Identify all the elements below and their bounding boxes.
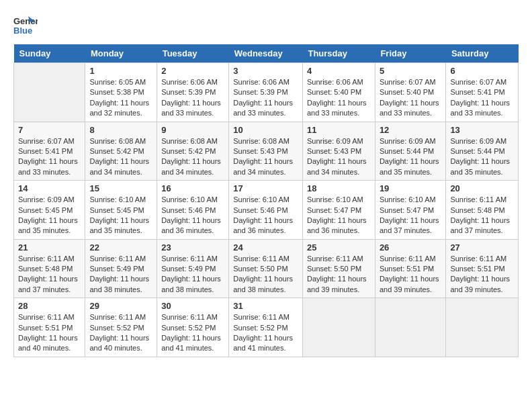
day-number: 21 <box>18 242 81 253</box>
day-number: 22 <box>89 242 152 253</box>
day-number: 10 <box>233 125 298 135</box>
day-number: 31 <box>233 301 298 311</box>
day-info: Sunrise: 6:11 AM Sunset: 5:50 PM Dayligh… <box>233 254 298 295</box>
day-info: Sunrise: 6:11 AM Sunset: 5:52 PM Dayligh… <box>233 312 298 354</box>
calendar-cell: 28Sunrise: 6:11 AM Sunset: 5:51 PM Dayli… <box>14 298 85 357</box>
day-number: 12 <box>380 125 442 135</box>
day-number: 5 <box>380 66 442 76</box>
calendar-cell: 16Sunrise: 6:10 AM Sunset: 5:46 PM Dayli… <box>157 181 229 240</box>
day-number: 30 <box>161 301 224 311</box>
day-number: 3 <box>233 66 298 76</box>
calendar-cell: 31Sunrise: 6:11 AM Sunset: 5:52 PM Dayli… <box>229 298 303 357</box>
logo: GeneralBlue <box>13 13 38 38</box>
calendar-cell: 24Sunrise: 6:11 AM Sunset: 5:50 PM Dayli… <box>229 239 303 298</box>
calendar-header: SundayMondayTuesdayWednesdayThursdayFrid… <box>14 44 519 63</box>
day-info: Sunrise: 6:11 AM Sunset: 5:51 PM Dayligh… <box>450 254 514 295</box>
day-info: Sunrise: 6:07 AM Sunset: 5:40 PM Dayligh… <box>380 77 442 119</box>
calendar-cell: 17Sunrise: 6:10 AM Sunset: 5:46 PM Dayli… <box>229 181 303 240</box>
calendar-body: 1Sunrise: 6:05 AM Sunset: 5:38 PM Daylig… <box>14 63 519 357</box>
day-number: 29 <box>89 301 152 311</box>
day-info: Sunrise: 6:06 AM Sunset: 5:40 PM Dayligh… <box>307 77 371 119</box>
calendar-cell: 4Sunrise: 6:06 AM Sunset: 5:40 PM Daylig… <box>302 63 375 122</box>
day-number: 26 <box>380 242 442 253</box>
calendar-cell: 23Sunrise: 6:11 AM Sunset: 5:49 PM Dayli… <box>157 239 229 298</box>
day-number: 1 <box>89 66 152 76</box>
calendar-cell: 1Sunrise: 6:05 AM Sunset: 5:38 PM Daylig… <box>85 63 157 122</box>
calendar-week-1: 1Sunrise: 6:05 AM Sunset: 5:38 PM Daylig… <box>14 63 519 122</box>
calendar-cell: 25Sunrise: 6:11 AM Sunset: 5:50 PM Dayli… <box>302 239 375 298</box>
calendar-cell: 12Sunrise: 6:09 AM Sunset: 5:44 PM Dayli… <box>375 122 446 181</box>
day-info: Sunrise: 6:09 AM Sunset: 5:44 PM Dayligh… <box>450 136 514 178</box>
calendar-cell: 27Sunrise: 6:11 AM Sunset: 5:51 PM Dayli… <box>446 239 519 298</box>
calendar-cell: 15Sunrise: 6:10 AM Sunset: 5:45 PM Dayli… <box>85 181 157 240</box>
day-info: Sunrise: 6:11 AM Sunset: 5:49 PM Dayligh… <box>89 254 152 295</box>
calendar-cell <box>14 63 85 122</box>
day-info: Sunrise: 6:07 AM Sunset: 5:41 PM Dayligh… <box>450 77 514 119</box>
calendar-week-5: 28Sunrise: 6:11 AM Sunset: 5:51 PM Dayli… <box>14 298 519 357</box>
day-info: Sunrise: 6:09 AM Sunset: 5:45 PM Dayligh… <box>18 195 81 236</box>
header-day-saturday: Saturday <box>446 44 519 63</box>
calendar-cell: 19Sunrise: 6:10 AM Sunset: 5:47 PM Dayli… <box>375 181 446 240</box>
day-info: Sunrise: 6:10 AM Sunset: 5:47 PM Dayligh… <box>307 195 371 236</box>
day-info: Sunrise: 6:09 AM Sunset: 5:43 PM Dayligh… <box>307 136 371 178</box>
calendar-table: SundayMondayTuesdayWednesdayThursdayFrid… <box>13 44 519 357</box>
day-number: 18 <box>307 183 371 193</box>
day-info: Sunrise: 6:11 AM Sunset: 5:48 PM Dayligh… <box>18 254 81 295</box>
day-info: Sunrise: 6:05 AM Sunset: 5:38 PM Dayligh… <box>89 77 152 119</box>
day-number: 20 <box>450 183 514 193</box>
day-info: Sunrise: 6:08 AM Sunset: 5:43 PM Dayligh… <box>233 136 298 178</box>
day-info: Sunrise: 6:06 AM Sunset: 5:39 PM Dayligh… <box>233 77 298 119</box>
day-info: Sunrise: 6:08 AM Sunset: 5:42 PM Dayligh… <box>161 136 224 178</box>
header-day-tuesday: Tuesday <box>157 44 229 63</box>
calendar-cell: 13Sunrise: 6:09 AM Sunset: 5:44 PM Dayli… <box>446 122 519 181</box>
day-info: Sunrise: 6:11 AM Sunset: 5:52 PM Dayligh… <box>161 312 224 354</box>
day-info: Sunrise: 6:11 AM Sunset: 5:49 PM Dayligh… <box>161 254 224 295</box>
day-number: 4 <box>307 66 371 76</box>
day-number: 25 <box>307 242 371 253</box>
calendar-cell: 6Sunrise: 6:07 AM Sunset: 5:41 PM Daylig… <box>446 63 519 122</box>
day-info: Sunrise: 6:10 AM Sunset: 5:46 PM Dayligh… <box>233 195 298 236</box>
calendar-cell <box>446 298 519 357</box>
header-day-wednesday: Wednesday <box>229 44 303 63</box>
header: GeneralBlue <box>13 13 519 38</box>
calendar-cell: 8Sunrise: 6:08 AM Sunset: 5:42 PM Daylig… <box>85 122 157 181</box>
calendar-cell: 3Sunrise: 6:06 AM Sunset: 5:39 PM Daylig… <box>229 63 303 122</box>
day-number: 6 <box>450 66 514 76</box>
day-info: Sunrise: 6:10 AM Sunset: 5:47 PM Dayligh… <box>380 195 442 236</box>
calendar-cell: 20Sunrise: 6:11 AM Sunset: 5:48 PM Dayli… <box>446 181 519 240</box>
calendar-cell: 30Sunrise: 6:11 AM Sunset: 5:52 PM Dayli… <box>157 298 229 357</box>
calendar-week-4: 21Sunrise: 6:11 AM Sunset: 5:48 PM Dayli… <box>14 239 519 298</box>
header-day-monday: Monday <box>85 44 157 63</box>
calendar-cell <box>302 298 375 357</box>
calendar-cell: 14Sunrise: 6:09 AM Sunset: 5:45 PM Dayli… <box>14 181 85 240</box>
header-day-sunday: Sunday <box>14 44 85 63</box>
header-day-friday: Friday <box>375 44 446 63</box>
calendar-cell <box>375 298 446 357</box>
calendar-cell: 2Sunrise: 6:06 AM Sunset: 5:39 PM Daylig… <box>157 63 229 122</box>
day-info: Sunrise: 6:10 AM Sunset: 5:45 PM Dayligh… <box>89 195 152 236</box>
day-number: 27 <box>450 242 514 253</box>
calendar-cell: 5Sunrise: 6:07 AM Sunset: 5:40 PM Daylig… <box>375 63 446 122</box>
day-info: Sunrise: 6:11 AM Sunset: 5:50 PM Dayligh… <box>307 254 371 295</box>
day-number: 14 <box>18 183 81 193</box>
day-number: 9 <box>161 125 224 135</box>
day-number: 2 <box>161 66 224 76</box>
day-number: 23 <box>161 242 224 253</box>
day-info: Sunrise: 6:06 AM Sunset: 5:39 PM Dayligh… <box>161 77 224 119</box>
day-number: 24 <box>233 242 298 253</box>
day-number: 8 <box>89 125 152 135</box>
day-info: Sunrise: 6:07 AM Sunset: 5:41 PM Dayligh… <box>18 136 81 178</box>
calendar-cell: 11Sunrise: 6:09 AM Sunset: 5:43 PM Dayli… <box>302 122 375 181</box>
calendar-cell: 26Sunrise: 6:11 AM Sunset: 5:51 PM Dayli… <box>375 239 446 298</box>
header-row: SundayMondayTuesdayWednesdayThursdayFrid… <box>14 44 519 63</box>
day-info: Sunrise: 6:10 AM Sunset: 5:46 PM Dayligh… <box>161 195 224 236</box>
svg-text:Blue: Blue <box>13 26 32 36</box>
day-number: 7 <box>18 125 81 135</box>
calendar-cell: 29Sunrise: 6:11 AM Sunset: 5:52 PM Dayli… <box>85 298 157 357</box>
day-info: Sunrise: 6:11 AM Sunset: 5:48 PM Dayligh… <box>450 195 514 236</box>
day-info: Sunrise: 6:11 AM Sunset: 5:51 PM Dayligh… <box>380 254 442 295</box>
day-info: Sunrise: 6:09 AM Sunset: 5:44 PM Dayligh… <box>380 136 442 178</box>
day-number: 28 <box>18 301 81 311</box>
calendar-cell: 10Sunrise: 6:08 AM Sunset: 5:43 PM Dayli… <box>229 122 303 181</box>
day-info: Sunrise: 6:11 AM Sunset: 5:51 PM Dayligh… <box>18 312 81 354</box>
